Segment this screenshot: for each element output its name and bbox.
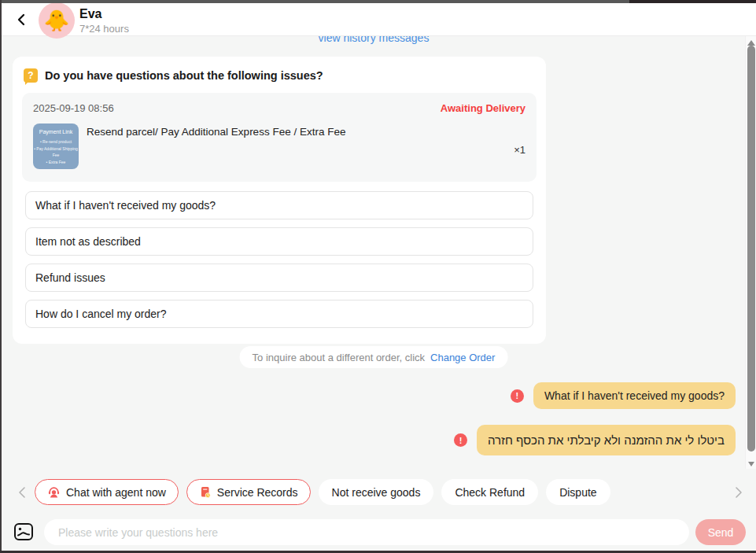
- bot-name: Eva: [79, 7, 101, 21]
- user-message-bubble: What if I haven't received my goods?: [533, 382, 736, 409]
- order-status-badge: Awaiting Delivery: [441, 102, 526, 114]
- back-button[interactable]: [13, 11, 30, 28]
- window-top-edge: [0, 0, 756, 3]
- attach-image-button[interactable]: [13, 521, 35, 543]
- agent-headset-icon: [47, 485, 61, 499]
- order-meta-row: 2025-09-19 08:56 Awaiting Delivery: [33, 102, 526, 114]
- order-date: 2025-09-19 08:56: [33, 102, 114, 114]
- picture-icon: [13, 521, 35, 543]
- question-option-refund-issues[interactable]: Refund issues: [25, 264, 533, 292]
- window-left-edge: [0, 0, 2, 553]
- bot-message-card: ? Do you have questions about the follow…: [13, 57, 546, 344]
- card-heading: Do you have questions about the followin…: [45, 69, 323, 82]
- chat-window: view history messages 🐥 Eva 7*24 hours ?…: [0, 0, 756, 553]
- message-input[interactable]: [44, 519, 689, 545]
- order-quantity: ×1: [514, 138, 526, 156]
- send-button[interactable]: Send: [695, 519, 746, 545]
- chips-list: Chat with agent now Service Records Not …: [35, 479, 610, 505]
- send-error-icon[interactable]: !: [511, 389, 524, 403]
- product-thumbnail: Payment Link • Re-send product • Pay Add…: [33, 124, 79, 169]
- chip-service-records[interactable]: Service Records: [186, 479, 311, 505]
- order-product-row: Payment Link • Re-send product • Pay Add…: [33, 124, 526, 169]
- card-heading-row: ? Do you have questions about the follow…: [13, 57, 546, 93]
- chip-label: Not receive goods: [332, 486, 421, 499]
- user-message-row: ! ביטלו לי את ההזמנה ולא קיבלתי את הכסף …: [454, 425, 736, 455]
- question-option-not-received[interactable]: What if I haven't received my goods?: [25, 191, 533, 219]
- order-title: Resend parcel/ Pay Additional Express Fe…: [79, 124, 514, 169]
- thumbnail-line: • Extra Fee: [33, 159, 79, 166]
- chevron-right-icon: [735, 486, 743, 499]
- user-message-bubble: ביטלו לי את ההזמנה ולא קיבלתי את הכסף חז…: [477, 425, 736, 455]
- change-order-pill: To inquire about a different order, clic…: [240, 346, 508, 368]
- chip-label: Chat with agent now: [66, 486, 166, 499]
- quick-actions-bar: Chat with agent now Service Records Not …: [0, 479, 756, 506]
- question-option-not-as-described[interactable]: Item not as described: [25, 227, 533, 256]
- change-order-link[interactable]: Change Order: [430, 352, 495, 363]
- chip-label: Dispute: [559, 486, 596, 499]
- question-bubble-icon: ?: [24, 68, 38, 83]
- thumbnail-line: • Re-send product: [33, 138, 79, 146]
- change-order-text: To inquire about a different order, clic…: [253, 352, 425, 363]
- chips-scroll-left[interactable]: [16, 485, 28, 500]
- scroll-down-arrow-icon[interactable]: [748, 462, 754, 466]
- scrollbar-thumb[interactable]: [747, 46, 755, 452]
- bot-availability: 7*24 hours: [79, 23, 129, 35]
- chevron-left-icon: [16, 13, 27, 27]
- scroll-up-arrow-icon[interactable]: [747, 40, 755, 46]
- records-document-icon: [199, 485, 212, 499]
- thumbnail-title: Payment Link: [33, 129, 79, 135]
- scrollbar[interactable]: [745, 36, 756, 469]
- question-option-cancel-order[interactable]: How do I cancel my order?: [25, 300, 533, 328]
- chevron-left-icon: [18, 486, 26, 499]
- chip-chat-with-agent[interactable]: Chat with agent now: [35, 479, 179, 505]
- user-message-row: ! What if I haven't received my goods?: [511, 382, 736, 409]
- bot-avatar: 🐥: [39, 2, 75, 39]
- chip-label: Service Records: [217, 486, 298, 499]
- chip-dispute[interactable]: Dispute: [546, 479, 610, 505]
- chip-check-refund[interactable]: Check Refund: [441, 479, 538, 505]
- chip-not-receive-goods[interactable]: Not receive goods: [319, 479, 434, 505]
- thumbnail-line: • Pay Additional Shipping Fee: [33, 146, 79, 159]
- send-error-icon[interactable]: !: [454, 433, 467, 447]
- order-summary-card[interactable]: 2025-09-19 08:56 Awaiting Delivery Payme…: [22, 93, 537, 182]
- chips-scroll-right[interactable]: [732, 485, 745, 500]
- chip-label: Check Refund: [455, 486, 525, 499]
- chat-header: 🐥 Eva 7*24 hours: [2, 3, 756, 36]
